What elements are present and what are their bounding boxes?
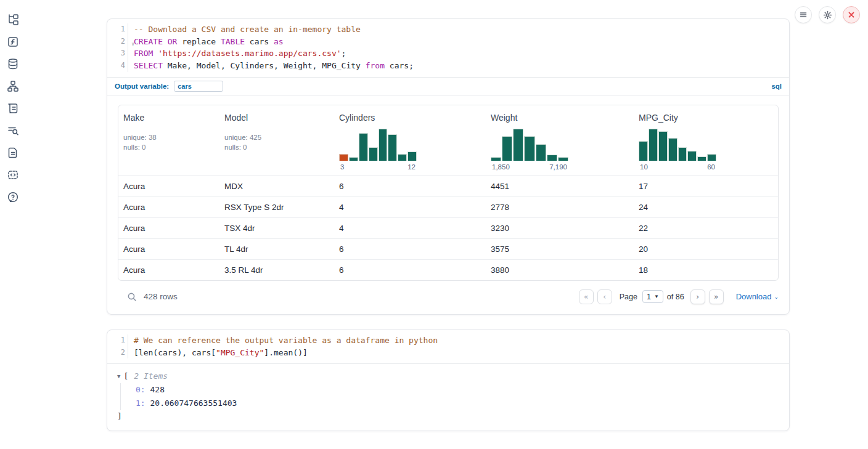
table-cell: 18 [634,260,778,280]
first-page-button[interactable]: « [579,289,594,304]
table-cell: 6 [334,239,486,259]
table-cell: Acura [118,218,219,238]
table-row[interactable]: AcuraMDX6445117 [118,176,778,197]
column-header-mpg-city[interactable]: MPG_City 10 60 [634,105,778,176]
page-label: Page [620,293,637,301]
items-count-label: 2 Items [134,371,168,381]
page-of-label: of 86 [667,293,684,301]
histogram-bar [369,147,378,161]
table-cell: 22 [634,218,778,238]
item-index: 1: [136,398,145,408]
item-value: 428 [150,385,164,394]
make-nulls-stat: nulls: 0 [123,142,215,152]
table-cell: 6 [334,260,486,280]
histogram-bar [524,136,534,161]
list-item: 0: 428 [136,383,779,397]
table-cell: TL 4dr [219,239,334,259]
table-cell: Acura [118,239,219,259]
file-tree-icon[interactable] [6,14,20,26]
notebook: 1-- Download a CSV and create an in-memo… [107,18,790,431]
histogram-bar [349,157,358,161]
cylinders-axis-min: 3 [340,163,344,171]
window-controls [795,6,860,23]
output-variable-row: Output variable: sql [107,77,789,95]
scroll-icon[interactable] [6,102,20,115]
mpg-city-histogram[interactable]: 10 60 [639,129,716,171]
column-header-weight[interactable]: Weight 1,850 7,190 [486,105,634,176]
sql-code-editor[interactable]: 1-- Download a CSV and create an in-memo… [107,19,789,77]
histogram-bar [668,138,678,161]
document-icon[interactable] [6,147,20,159]
table-cell: Acura [118,260,219,280]
menu-button[interactable] [795,6,812,23]
item-index: 0: [136,385,145,394]
download-button[interactable]: Download ⌄ [736,292,779,301]
menu-icon [799,10,808,19]
code-line: 1# We can reference the output variable … [107,334,789,347]
histogram-bar [359,133,368,161]
snippets-icon[interactable] [6,169,20,181]
chevron-down-icon: ▼ [654,294,659,299]
table-cell: 3230 [486,218,634,238]
histogram-bar [379,129,388,161]
search-icon[interactable] [127,292,137,302]
function-icon[interactable] [6,36,20,48]
cylinders-histogram[interactable]: 3 12 [339,129,417,171]
gear-icon [823,10,832,20]
histogram-bar [491,157,501,161]
table-cell: 3.5 RL 4dr [219,260,334,280]
python-code-editor[interactable]: 1# We can reference the output variable … [107,330,789,364]
table-row[interactable]: AcuraRSX Type S 2dr4277824 [118,197,778,218]
open-bracket: [ [123,371,128,381]
table-cell: TSX 4dr [219,218,334,238]
page-select[interactable]: 1 ▼ [642,290,663,303]
table-cell: 24 [634,197,778,217]
help-icon[interactable] [6,191,20,203]
table-row[interactable]: AcuraTSX 4dr4323022 [118,218,778,239]
mpg-axis-min: 10 [640,163,648,171]
output-variable-input[interactable] [174,81,223,92]
weight-axis-max: 7,190 [549,163,567,171]
code-line: 2∨CREATE OR replace TABLE cars as [107,36,789,48]
table-cell: RSX Type S 2dr [219,197,334,217]
histogram-bar [513,129,523,161]
python-cell: 1# We can reference the output variable … [107,330,790,431]
table-row[interactable]: Acura3.5 RL 4dr6388018 [118,260,778,280]
item-value: 20.060747663551403 [150,398,237,408]
prev-page-button[interactable]: ‹ [597,289,612,304]
shutdown-button[interactable] [843,6,860,23]
list-search-icon[interactable] [6,124,20,137]
table-body: AcuraMDX6445117AcuraRSX Type S 2dr427782… [118,176,778,280]
code-line: 2[len(cars), cars["MPG_City"].mean()] [107,347,789,359]
model-nulls-stat: nulls: 0 [224,142,329,152]
close-bracket: ] [117,411,779,421]
column-header-cylinders[interactable]: Cylinders 3 12 [334,105,486,176]
collapse-chevron-icon[interactable]: ▼ [117,373,120,379]
table-cell: Acura [118,197,219,217]
table-cell: MDX [219,176,334,196]
weight-histogram[interactable]: 1,850 7,190 [491,129,568,171]
table-cell: 17 [634,176,778,196]
weight-axis-min: 1,850 [492,163,510,171]
list-output-viewer: ▼ [ 2 Items 0: 428 1: 20.060747663551403… [107,364,789,431]
table-row[interactable]: AcuraTL 4dr6357520 [118,239,778,260]
settings-button[interactable] [819,6,836,23]
histogram-bar [558,157,568,161]
table-cell: 4 [334,197,486,217]
table-header: Make unique: 38 nulls: 0 Model unique: 4… [118,105,778,176]
column-header-make[interactable]: Make unique: 38 nulls: 0 [118,105,219,176]
database-icon[interactable] [6,58,20,70]
next-page-button[interactable]: › [690,289,705,304]
language-badge: sql [771,83,782,90]
histogram-bar [639,141,648,161]
histogram-bar [707,154,716,160]
table-cell: 3575 [486,239,634,259]
last-page-button[interactable]: » [709,289,724,304]
code-line: 3FROM 'https://datasets.marimo.app/cars.… [107,47,789,60]
column-header-model[interactable]: Model unique: 425 nulls: 0 [219,105,334,176]
pagination: « ‹ Page 1 ▼ of 86 › » Download ⌄ [579,289,779,304]
mpg-axis-max: 60 [707,163,715,171]
histogram-bar [536,144,546,161]
dependency-graph-icon[interactable] [6,80,20,92]
histogram-bar [687,151,697,161]
